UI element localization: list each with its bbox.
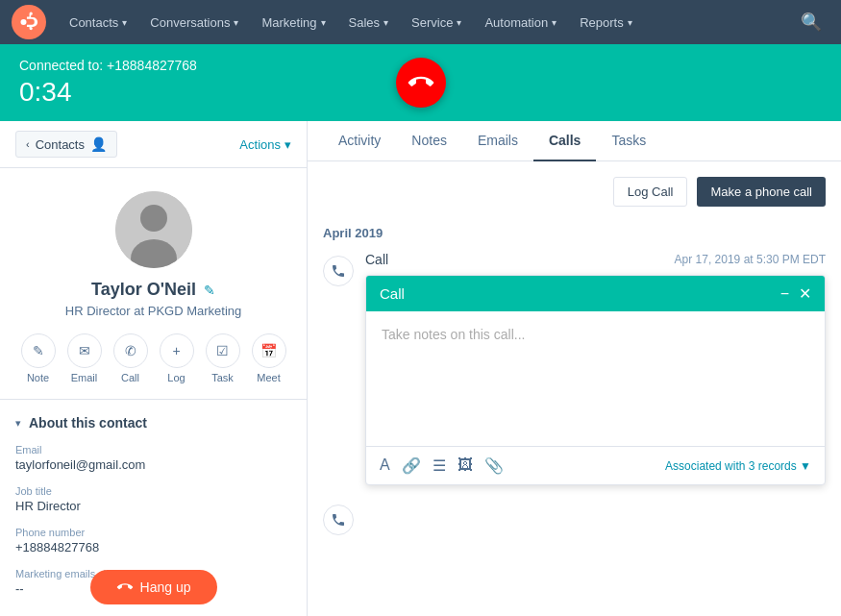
tab-tasks[interactable]: Tasks [596, 121, 661, 161]
call-icon: ✆ [113, 333, 148, 368]
call-modal-tools: A 🔗 ☰ 🖼 📎 [380, 456, 504, 475]
nav-contacts[interactable]: Contacts ▾ [58, 0, 138, 44]
call-modal: Call − ✕ Take notes on this call... A [365, 275, 826, 485]
action-email[interactable]: ✉ Email [67, 333, 102, 383]
about-header[interactable]: ▾ About this contact [15, 415, 291, 431]
right-panel: Activity Notes Emails Calls Tasks Log Ca… [308, 121, 841, 616]
timeline-item-time: Apr 17, 2019 at 5:30 PM EDT [675, 253, 826, 266]
phone-value: +18884827768 [15, 540, 291, 554]
tab-content: Log Call Make a phone call April 2019 Ca… [308, 161, 841, 616]
action-meet[interactable]: 📅 Meet [252, 333, 286, 383]
timeline-item-2 [323, 501, 826, 535]
actions-button[interactable]: Actions ▾ [239, 137, 291, 152]
person-icon: 👤 [90, 136, 107, 152]
call-modal-header: Call − ✕ [366, 276, 825, 311]
nav-sales[interactable]: Sales ▾ [337, 0, 401, 44]
timeline-item: Call Apr 17, 2019 at 5:30 PM EDT Call − … [323, 252, 826, 485]
call-connected-text: Connected to: +18884827768 [19, 58, 197, 73]
meet-icon: 📅 [252, 333, 286, 368]
chevron-down-icon: ▾ [284, 137, 291, 152]
timeline-month: April 2019 [323, 226, 826, 240]
close-button[interactable]: ✕ [799, 286, 811, 302]
text-format-icon[interactable]: A [380, 456, 390, 475]
svg-point-2 [140, 205, 167, 232]
nav-service[interactable]: Service ▾ [400, 0, 473, 44]
image-icon[interactable]: 🖼 [458, 456, 473, 475]
attach-icon[interactable]: 📎 [484, 456, 504, 475]
note-icon: ✎ [21, 333, 56, 368]
nav-reports[interactable]: Reports ▾ [568, 0, 644, 44]
contact-subtitle: HR Director at PKGD Marketing [65, 304, 242, 318]
call-timer: 0:34 [19, 77, 197, 108]
top-nav: Contacts ▾ Conversations ▾ Marketing ▾ S… [0, 0, 841, 44]
about-header-text: About this contact [29, 415, 147, 431]
contact-actions-row: ✎ Note ✉ Email ✆ Call + Log ☑ Task [21, 333, 286, 383]
call-timeline-icon-2 [323, 505, 354, 535]
make-phone-call-button[interactable]: Make a phone call [697, 177, 826, 207]
contacts-back-button[interactable]: ‹ Contacts 👤 [15, 131, 117, 158]
main-layout: ‹ Contacts 👤 Actions ▾ Taylor O'Neil [0, 121, 841, 616]
list-icon[interactable]: ☰ [433, 456, 446, 475]
log-call-button[interactable]: Log Call [613, 177, 688, 207]
tabs-bar: Activity Notes Emails Calls Tasks [308, 121, 841, 161]
nav-marketing[interactable]: Marketing ▾ [250, 0, 336, 44]
contact-name: Taylor O'Neil [91, 280, 196, 300]
tab-calls[interactable]: Calls [533, 121, 596, 161]
action-log[interactable]: + Log [160, 333, 194, 383]
call-modal-title: Call [380, 285, 405, 302]
about-jobtitle-field: Job title HR Director [15, 485, 291, 513]
call-modal-body[interactable]: Take notes on this call... [366, 311, 825, 446]
edit-icon[interactable]: ✎ [204, 283, 215, 298]
email-value: taylorfoneil@gmail.com [15, 457, 291, 472]
timeline-item-content: Call Apr 17, 2019 at 5:30 PM EDT Call − … [365, 252, 826, 485]
log-icon: + [160, 333, 194, 368]
hang-up-button[interactable]: Hang up [90, 570, 218, 604]
tab-activity[interactable]: Activity [323, 121, 396, 161]
svg-point-0 [20, 19, 26, 25]
timeline-item-2-content [365, 501, 826, 535]
contact-profile: Taylor O'Neil ✎ HR Director at PKGD Mark… [0, 168, 307, 400]
jobtitle-value: HR Director [15, 499, 291, 513]
task-icon: ☑ [206, 333, 240, 368]
call-banner: Connected to: +18884827768 0:34 [0, 44, 841, 121]
action-note[interactable]: ✎ Note [21, 333, 56, 383]
hubspot-logo[interactable] [12, 5, 46, 39]
action-task[interactable]: ☑ Task [206, 333, 240, 383]
minimize-button[interactable]: − [780, 286, 789, 302]
end-call-button[interactable] [396, 58, 446, 108]
call-notes-input[interactable]: Take notes on this call... [382, 327, 525, 342]
associated-records-button[interactable]: Associated with 3 records ▼ [665, 459, 811, 473]
timeline-item-title: Call [365, 252, 388, 267]
email-icon: ✉ [67, 333, 102, 368]
call-modal-controls: − ✕ [780, 286, 811, 302]
avatar [115, 191, 192, 268]
tab-emails[interactable]: Emails [462, 121, 533, 161]
hang-up-bar: Hang up [0, 558, 308, 616]
chevron-down-icon: ▾ [15, 417, 21, 430]
left-sidebar: ‹ Contacts 👤 Actions ▾ Taylor O'Neil [0, 121, 308, 616]
nav-automation[interactable]: Automation ▾ [473, 0, 568, 44]
about-email-field: Email taylorfoneil@gmail.com [15, 444, 291, 472]
nav-conversations[interactable]: Conversations ▾ [138, 0, 250, 44]
toolbar-row: Log Call Make a phone call [323, 177, 826, 207]
tab-notes[interactable]: Notes [396, 121, 462, 161]
action-call[interactable]: ✆ Call [113, 333, 148, 383]
chevron-left-icon: ‹ [26, 138, 30, 150]
sidebar-header: ‹ Contacts 👤 Actions ▾ [0, 121, 307, 168]
about-phone-field: Phone number +18884827768 [15, 527, 291, 554]
call-timeline-icon [323, 256, 354, 286]
call-modal-footer: A 🔗 ☰ 🖼 📎 Associated with 3 records ▼ [366, 446, 825, 484]
link-icon[interactable]: 🔗 [402, 456, 421, 475]
search-icon[interactable]: 🔍 [793, 12, 829, 33]
